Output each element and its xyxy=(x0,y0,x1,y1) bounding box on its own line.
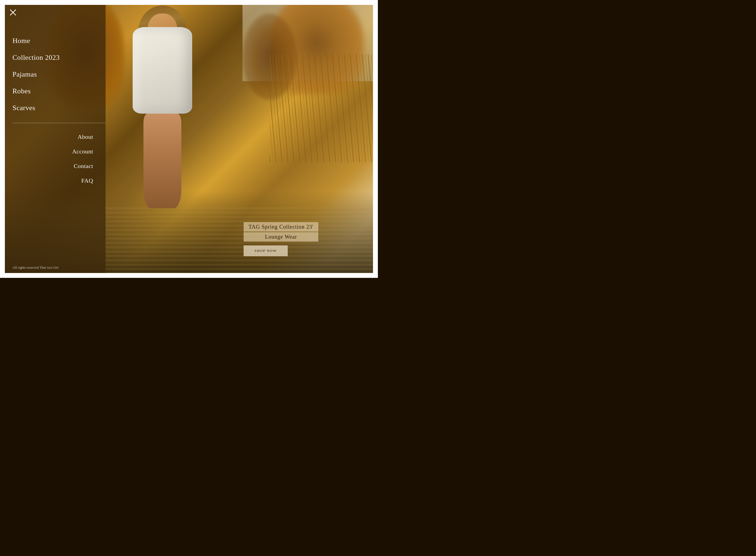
close-button[interactable] xyxy=(8,8,18,17)
sidebar-item-home[interactable]: Home xyxy=(12,32,105,49)
hero-title-line2: Lounge Wear xyxy=(243,232,318,242)
reeds xyxy=(270,54,378,162)
hero-content: TAG Spring Collection 23' Lounge Wear SH… xyxy=(243,222,318,256)
close-icon xyxy=(9,9,17,16)
sidebar-item-about[interactable]: About xyxy=(78,130,93,144)
nav-divider xyxy=(12,123,105,123)
secondary-nav: AboutAccountContactFAQ xyxy=(0,130,105,188)
sidebar-item-robes[interactable]: Robes xyxy=(12,83,105,100)
model-figure xyxy=(117,5,208,227)
figure-legs xyxy=(143,114,182,208)
sidebar-item-faq[interactable]: FAQ xyxy=(81,173,93,188)
sidebar-item-account[interactable]: Account xyxy=(72,144,93,159)
sidebar: HomeCollection 2023PajamasRobesScarves A… xyxy=(0,0,105,278)
shop-now-button[interactable]: SHOP NOW xyxy=(243,245,288,256)
primary-nav: HomeCollection 2023PajamasRobesScarves xyxy=(0,32,105,116)
hero-title-line1: TAG Spring Collection 23' xyxy=(243,222,318,232)
sidebar-item-contact[interactable]: Contact xyxy=(74,159,93,173)
footer-copyright: All rights reserved That Ara Girl xyxy=(0,266,105,273)
figure-shirt xyxy=(133,27,192,114)
sidebar-item-pajamas[interactable]: Pajamas xyxy=(12,66,105,83)
sidebar-item-scarves[interactable]: Scarves xyxy=(12,100,105,116)
sidebar-item-collection-2023[interactable]: Collection 2023 xyxy=(12,49,105,66)
